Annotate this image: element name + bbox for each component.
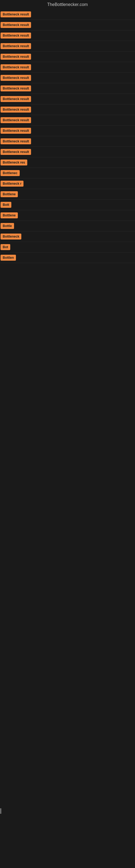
list-item[interactable]: Bottleneck result xyxy=(0,73,135,83)
cursor-line xyxy=(1,808,1,814)
list-item[interactable]: Bottlene xyxy=(0,189,135,199)
bottleneck-badge: Bottleneck result xyxy=(1,117,31,123)
list-item[interactable]: Bottleneck result xyxy=(0,62,135,73)
list-item[interactable]: Bottleneck result xyxy=(0,9,135,20)
bottleneck-badge: Bottleneck result xyxy=(1,86,31,91)
list-item[interactable]: Bottlenec xyxy=(0,168,135,179)
bottleneck-badge: Bottleneck result xyxy=(1,22,31,28)
bottleneck-badge: Bottleneck xyxy=(1,234,21,240)
list-item[interactable]: Bottleneck xyxy=(0,231,135,242)
list-item[interactable]: Bottleneck result xyxy=(0,41,135,52)
bottleneck-badge: Bottleneck result xyxy=(1,43,31,49)
list-item[interactable]: Bottle xyxy=(0,221,135,231)
bottleneck-badge: Bottleneck result xyxy=(1,64,31,70)
list-item[interactable]: Bottleneck result xyxy=(0,136,135,147)
list-item[interactable]: Bottleneck result xyxy=(0,115,135,126)
bottleneck-badge: Bottleneck res xyxy=(1,159,27,165)
list-item[interactable]: Bottlene xyxy=(0,210,135,221)
bottleneck-badge: Bottlenec xyxy=(1,170,20,176)
bottleneck-badge: Bottleneck result xyxy=(1,75,31,81)
list-item[interactable]: Bottleneck result xyxy=(0,94,135,104)
list-item[interactable]: Bottleneck result xyxy=(0,52,135,62)
site-title: TheBottlenecker.com xyxy=(0,0,135,8)
list-item[interactable]: Bottlen xyxy=(0,252,135,263)
bottleneck-badge: Bottleneck result xyxy=(1,138,31,144)
list-item[interactable]: Bot xyxy=(0,242,135,252)
bottleneck-badge: Bottle xyxy=(1,223,14,229)
list-item[interactable]: Bottleneck r xyxy=(0,179,135,189)
list-item[interactable]: Bottleneck result xyxy=(0,30,135,41)
bottleneck-badge: Bottleneck result xyxy=(1,54,31,60)
list-item[interactable]: Bottleneck result xyxy=(0,83,135,94)
bottleneck-badge: Bottlene xyxy=(1,212,18,218)
bottleneck-badge: Bottleneck r xyxy=(1,181,24,187)
list-item[interactable]: Bottleneck result xyxy=(0,126,135,136)
bottleneck-badge: Bottleneck result xyxy=(1,96,31,102)
bottleneck-badge: Bottlen xyxy=(1,255,16,261)
bottleneck-badge: Bott xyxy=(1,202,11,208)
bottleneck-badge: Bottleneck result xyxy=(1,33,31,38)
items-container: Bottleneck resultBottleneck resultBottle… xyxy=(0,8,135,535)
bottleneck-badge: Bot xyxy=(1,244,10,250)
list-item[interactable]: Bottleneck res xyxy=(0,157,135,168)
list-item[interactable]: Bottleneck result xyxy=(0,104,135,115)
bottleneck-badge: Bottlene xyxy=(1,191,18,197)
bottleneck-badge: Bottleneck result xyxy=(1,149,31,155)
bottleneck-badge: Bottleneck result xyxy=(1,128,31,134)
list-item[interactable]: Bottleneck result xyxy=(0,20,135,30)
bottleneck-badge: Bottleneck result xyxy=(1,106,31,113)
list-item[interactable]: Bottleneck result xyxy=(0,147,135,157)
bottleneck-badge: Bottleneck result xyxy=(1,11,31,18)
list-item[interactable]: Bott xyxy=(0,199,135,210)
